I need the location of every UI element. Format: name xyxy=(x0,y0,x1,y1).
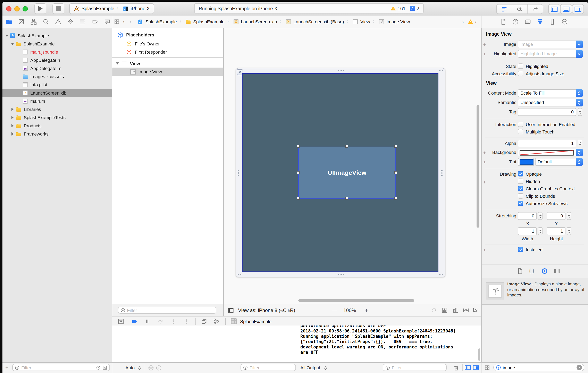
stretch-x-stepper[interactable] xyxy=(538,212,543,220)
user-interaction-label[interactable]: User Interaction Enabled xyxy=(526,121,575,127)
step-out-icon[interactable] xyxy=(183,318,190,324)
disclosure-triangle-icon[interactable] xyxy=(5,35,8,37)
nav-row-file[interactable]: Images.xcassets xyxy=(2,72,112,81)
alpha-field[interactable]: 1 xyxy=(518,140,576,147)
nav-row-group[interactable]: SplashExample xyxy=(2,40,112,48)
device-frame[interactable]: UIImageView xyxy=(236,68,445,277)
autoresize-subviews-checkbox[interactable] xyxy=(518,201,523,206)
variables-scope-popup[interactable]: Auto xyxy=(125,365,135,370)
version-editor-button[interactable] xyxy=(528,4,543,13)
library-switcher-grid-icon[interactable] xyxy=(484,365,490,371)
breadcrumb[interactable]: Image View xyxy=(386,19,410,24)
add-constraints-icon[interactable] xyxy=(463,307,469,314)
disclosure-triangle-icon[interactable] xyxy=(11,132,13,136)
tab-breakpoint-navigator[interactable] xyxy=(92,19,98,25)
resize-handle[interactable] xyxy=(394,145,397,148)
hidden-label[interactable]: Hidden xyxy=(526,179,540,184)
scheme-selector[interactable]: SplashExample 〉 iPhone X xyxy=(69,3,154,14)
nav-row-group[interactable]: Frameworks xyxy=(2,130,112,138)
tab-attributes-inspector[interactable] xyxy=(537,19,543,25)
run-button[interactable] xyxy=(34,3,46,14)
tab-find-navigator[interactable] xyxy=(43,19,49,25)
window-close-button[interactable] xyxy=(6,6,11,11)
outline-row-view[interactable]: View xyxy=(112,59,223,68)
add-attribute-icon[interactable]: + xyxy=(483,248,486,253)
assistant-editor-button[interactable] xyxy=(512,4,528,13)
stop-button[interactable] xyxy=(52,3,64,14)
step-over-icon[interactable] xyxy=(157,318,164,324)
console-scrollbar[interactable] xyxy=(478,348,480,361)
resize-handle[interactable] xyxy=(394,171,397,174)
library-search-field[interactable]: image xyxy=(493,363,584,371)
align-icon[interactable] xyxy=(452,307,459,314)
related-items-button[interactable] xyxy=(114,19,120,25)
highlighted-combo-field[interactable]: Highlighted Image xyxy=(518,50,583,58)
disclosure-triangle-icon[interactable] xyxy=(11,43,14,45)
tab-size-inspector[interactable] xyxy=(549,19,556,25)
variables-view[interactable] xyxy=(112,325,298,363)
clear-search-icon[interactable] xyxy=(577,365,582,370)
nav-row-group[interactable]: Libraries xyxy=(2,105,112,113)
tab-test-navigator[interactable] xyxy=(67,19,74,25)
breadcrumb[interactable]: LaunchScreen.xib xyxy=(241,19,277,24)
opaque-label[interactable]: Opaque xyxy=(526,171,542,177)
clears-graphics-label[interactable]: Clears Graphics Context xyxy=(526,186,575,192)
stretch-y-field[interactable]: 0 xyxy=(547,212,566,220)
view-debugger-icon[interactable] xyxy=(201,318,207,324)
resize-handle[interactable] xyxy=(297,171,300,174)
tag-field[interactable]: 0 xyxy=(518,108,576,116)
tab-quick-help-inspector[interactable] xyxy=(512,19,519,25)
print-description-icon[interactable] xyxy=(156,365,162,371)
outline-filter-field[interactable]: Filter xyxy=(118,307,216,314)
resize-handle[interactable] xyxy=(297,197,300,200)
installed-label[interactable]: Installed xyxy=(526,247,543,253)
toggle-navigator-button[interactable] xyxy=(548,4,560,14)
stretch-width-stepper[interactable] xyxy=(538,227,543,235)
canvas-horizontal-scrollbar[interactable] xyxy=(298,299,414,302)
breadcrumb[interactable]: View xyxy=(360,19,370,24)
tab-symbol-navigator[interactable] xyxy=(30,19,37,25)
breakpoints-toggle-icon[interactable] xyxy=(132,318,138,324)
outline-row-placeholders[interactable]: Placeholders xyxy=(112,31,223,39)
disclosure-triangle-icon[interactable] xyxy=(11,116,13,119)
autoresize-subviews-label[interactable]: Autoresize Subviews xyxy=(526,201,567,206)
multiple-touch-checkbox[interactable] xyxy=(518,129,523,134)
nav-row-file[interactable]: m AppDelegate.m xyxy=(2,64,112,72)
image-combo-field[interactable]: Image xyxy=(518,40,583,48)
tab-report-navigator[interactable] xyxy=(104,19,111,25)
back-button[interactable]: ‹ xyxy=(123,19,125,25)
resize-handle[interactable] xyxy=(394,197,397,200)
embed-in-stack-icon[interactable] xyxy=(441,307,448,314)
canvas-vertical-scrollbar[interactable] xyxy=(477,105,479,228)
clip-to-bounds-checkbox[interactable] xyxy=(518,193,523,199)
toggle-inspector-button[interactable] xyxy=(572,4,584,14)
tab-code-snippet-library[interactable]: { } xyxy=(529,268,534,273)
device-config-icon[interactable] xyxy=(228,307,234,313)
trash-icon[interactable] xyxy=(453,365,459,371)
add-filter-icon[interactable]: + xyxy=(5,365,8,370)
resize-handle[interactable] xyxy=(346,145,348,148)
jump-bar-warning-icon[interactable] xyxy=(468,19,473,25)
debug-process-label[interactable]: SplashExample xyxy=(240,319,272,324)
nav-row-file[interactable]: m main.m xyxy=(2,97,112,105)
memory-graph-icon[interactable] xyxy=(213,318,220,324)
popup-stepper-icon[interactable] xyxy=(576,99,583,106)
user-interaction-checkbox[interactable] xyxy=(518,121,523,127)
tab-connections-inspector[interactable] xyxy=(561,19,568,25)
console-scope-popup[interactable]: All Output xyxy=(300,365,320,370)
hide-debug-area-icon[interactable] xyxy=(118,318,124,324)
stretch-y-stepper[interactable] xyxy=(567,212,571,220)
tab-file-inspector[interactable] xyxy=(500,19,506,25)
update-frames-icon[interactable] xyxy=(431,307,437,314)
background-color-well[interactable] xyxy=(518,149,583,156)
previous-issue-button[interactable]: ‹ xyxy=(462,19,464,25)
tab-identity-inspector[interactable] xyxy=(525,19,531,25)
step-into-icon[interactable] xyxy=(170,318,177,324)
show-variables-view-button[interactable] xyxy=(465,365,471,371)
variables-filter-field[interactable]: Filter xyxy=(241,364,296,371)
stretch-width-field[interactable]: 1 xyxy=(518,227,537,235)
interface-builder-canvas[interactable]: UIImageView xyxy=(224,28,481,304)
alpha-stepper[interactable] xyxy=(578,140,582,147)
opaque-checkbox[interactable] xyxy=(518,171,523,176)
library-item-image-view[interactable]: Image View - Displays a single image, or… xyxy=(482,278,588,305)
